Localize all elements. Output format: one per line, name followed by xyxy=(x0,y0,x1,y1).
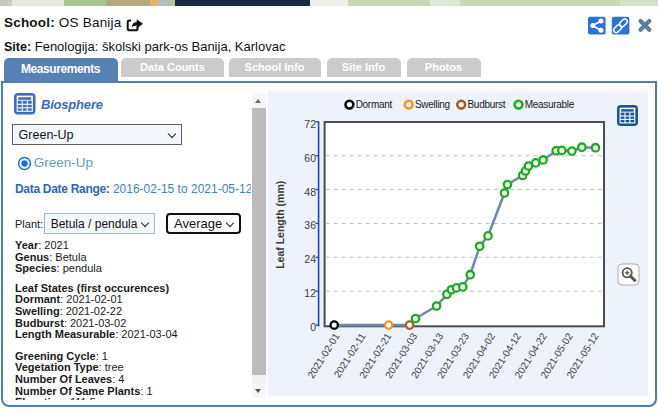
svg-text:48: 48 xyxy=(304,186,316,198)
svg-text:Leaf Length (mm): Leaf Length (mm) xyxy=(274,181,286,269)
svg-text:Budburst: Budburst xyxy=(468,99,506,110)
svg-text:0: 0 xyxy=(310,321,316,333)
svg-text:12: 12 xyxy=(304,287,316,299)
svg-text:Dormant: Dormant xyxy=(356,99,393,110)
svg-text:Swelling: Swelling xyxy=(415,99,450,110)
svg-text:36: 36 xyxy=(304,219,316,231)
svg-text:Measurable: Measurable xyxy=(525,99,575,110)
svg-text:24: 24 xyxy=(304,253,316,265)
svg-text:60: 60 xyxy=(304,152,316,164)
svg-text:72: 72 xyxy=(304,118,316,130)
